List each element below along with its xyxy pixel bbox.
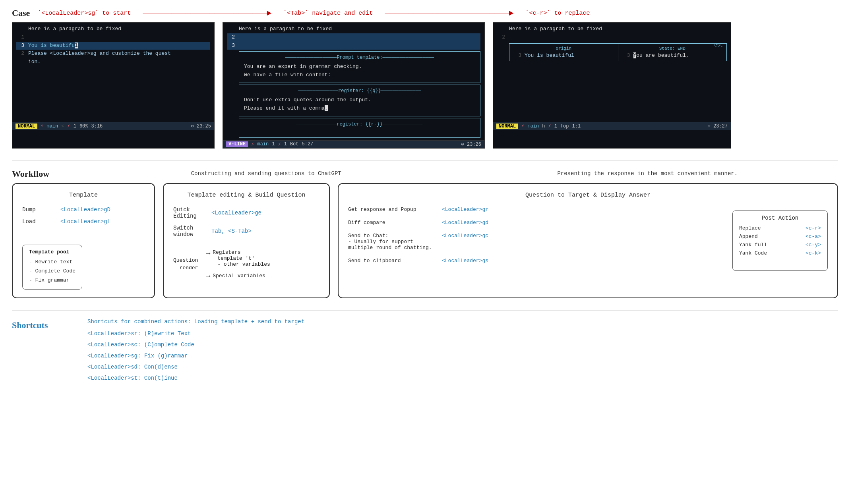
yank-code-cmd: <c-k> <box>805 250 821 256</box>
mode-badge: NORMAL <box>496 124 518 129</box>
section-divider-2 <box>12 310 838 311</box>
load-label: Load <box>22 218 54 225</box>
term-line-selected: 3 You is beautiful <box>16 42 210 50</box>
yank-code-label: Yank Code <box>739 250 767 256</box>
branch-icon: ⚡ <box>251 141 254 147</box>
line-num: 2 <box>497 33 505 42</box>
pool-item-1: - Rewrite text <box>29 257 76 266</box>
diff-compare-label: Diff compare <box>348 220 436 226</box>
line-text: Please <LocalLeader>sg and customize the… <box>28 50 171 58</box>
shortcuts-content: Shortcuts for combined actions: Loading … <box>87 319 304 384</box>
clock: ⊙ 23:26 <box>461 141 481 147</box>
workflow-boxes: Template Dump <LocalLeader>gD Load <Loca… <box>12 183 838 298</box>
terminal-body-3: Here is a paragrah to be fixed 2 Origin … <box>493 23 731 122</box>
dump-label: Dump <box>22 207 54 213</box>
quick-cmd: <LocalLeader>ge <box>211 210 261 216</box>
workflow-section: Workflow Constructing and sending questi… <box>12 169 838 298</box>
term-line: 2 Please <LocalLeader>sg and customize t… <box>16 50 210 58</box>
branch-name: main <box>46 124 58 129</box>
box3-content: Get response and Popup <LocalLeader>gr D… <box>348 207 828 271</box>
quick-label: Quick Editing <box>173 207 205 219</box>
diagram-arrows: → Registers template 't' - other variabl… <box>206 249 270 280</box>
icon: ⚡ <box>548 123 551 129</box>
shortcut-cmd: <LocalLeader>sd: Con(d)ense <box>87 364 178 370</box>
num1: 1 <box>284 141 287 147</box>
workflow-box-template: Template Dump <LocalLeader>gD Load <Loca… <box>12 183 155 298</box>
origin-header: Origin <box>513 46 614 51</box>
term-line: Here is a paragrah to be fixed <box>16 25 210 33</box>
est-label2: est <box>714 42 723 48</box>
terminal-statusbar-3: NORMAL ⚡ main h ⚡ 1 Top 1:1 ⊙ 23:27 <box>493 122 731 130</box>
clock: ⊙ 23:25 <box>191 123 211 129</box>
pool-item-3: - Fix grammar <box>29 276 76 285</box>
load-cmd: <LocalLeader>gl <box>60 218 110 225</box>
workflow-subtitle-left: Constructing and sending questions to Ch… <box>76 169 457 177</box>
switch-label: Switch window <box>173 225 205 238</box>
diagram-registers-row: → Registers template 't' - other variabl… <box>206 249 270 267</box>
yank-full-cmd: <c-y> <box>805 242 821 248</box>
arrow1: ──────────────────────────► <box>143 9 271 18</box>
line-num <box>16 25 24 33</box>
arrow-icon: → <box>206 272 210 280</box>
terminal-statusbar-1: NORMAL ⚡ main < ⚡ 1 60% 3:16 ⊙ 23:25 <box>12 122 214 130</box>
clock: ⊙ 23:27 <box>708 123 728 129</box>
line-num: 1 <box>16 33 24 42</box>
term-line: Here is a paragrah to be fixed <box>497 25 727 33</box>
send-chat-cmd: <LocalLeader>gc <box>442 233 488 239</box>
register-r-title: ──────────────register: {{r-}}──────────… <box>244 122 475 127</box>
register-q-title: ──────────────register: {{q}}───────────… <box>244 88 475 94</box>
diff-compare-cmd: <LocalLeader>gd <box>442 220 488 226</box>
yank-full-label: Yank full <box>739 242 767 248</box>
diagram: Question render → Registers template 't'… <box>173 249 319 280</box>
line-num <box>497 25 505 33</box>
get-response-cmd: <LocalLeader>gr <box>442 207 488 212</box>
workflow-box-answer: Question to Target & Display Answer Get … <box>338 183 838 298</box>
replace-cmd: <c-r> <box>805 225 821 231</box>
render-label: render <box>180 265 198 271</box>
replace-label: Replace <box>739 225 761 231</box>
shortcuts-section: Shortcuts Shortcuts for combined actions… <box>12 319 838 384</box>
branch-name: main <box>257 141 269 147</box>
other-vars: - other variables <box>213 261 270 267</box>
diagram-special-row: → Special variables <box>206 272 270 280</box>
workflow-box-editing: Template editing & Build Question Quick … <box>163 183 330 298</box>
shortcut-line-2: <LocalLeader>sc: (C)omplete Code <box>87 339 304 350</box>
case-steps: `<LocalLeader>sg` to start ─────────────… <box>38 9 838 18</box>
post-action-yank-full: Yank full <c-y> <box>739 242 821 248</box>
term-line: 3 <box>227 42 480 50</box>
registers-label: Registers <box>213 249 270 255</box>
wf-row-load: Load <LocalLeader>gl <box>22 218 145 225</box>
post-action-box: Post Action Replace <c-r> Append <c-a> Y… <box>732 210 828 271</box>
icon: ⚡ <box>278 141 281 147</box>
shortcut-cmd: <LocalLeader>sr: (R)ewrite Text <box>87 330 191 337</box>
register-q-text: Don't use extra quotes around the output… <box>244 96 475 113</box>
box-title: Template editing & Build Question <box>173 192 319 199</box>
position: 3:16 <box>91 124 103 129</box>
step2-text: `<Tab>` navigate and edit <box>283 10 373 17</box>
line-text: Here is a paragrah to be fixed <box>239 25 332 33</box>
case-screens: Here is a paragrah to be fixed 1 3 You i… <box>12 22 838 149</box>
branch-name: main <box>527 124 539 129</box>
term-line: 2 <box>227 33 480 42</box>
terminal-statusbar-2: V-LINE ⚡ main 1 ⚡ 1 Bot 5:27 ⊙ 23:26 <box>223 140 484 148</box>
step1-text: `<LocalLeader>sg` to start <box>38 10 131 17</box>
workflow-header-row: Workflow Constructing and sending questi… <box>12 169 838 179</box>
h-label: h <box>542 124 545 129</box>
position: 1:1 <box>572 124 581 129</box>
question-label: Question <box>173 257 198 263</box>
line-num <box>227 25 235 33</box>
post-action-title: Post Action <box>739 215 821 221</box>
line-num: 3 <box>513 52 521 58</box>
template-t: template 't' <box>213 255 270 261</box>
shortcut-cmd: <LocalLeader>sg: Fix (g)rammar <box>87 353 188 359</box>
append-cmd: <c-a> <box>805 234 821 239</box>
branch-icon: ⚡ <box>41 123 43 129</box>
line-num: 3 <box>622 52 630 58</box>
shortcuts-subtitle: Shortcuts for combined actions: Loading … <box>87 319 304 325</box>
shortcut-line-3: <LocalLeader>sg: Fix (g)rammar <box>87 350 304 361</box>
state-text: You are beautiful, <box>633 52 689 58</box>
separator: < <box>61 124 64 129</box>
special-vars: Special variables <box>213 273 265 279</box>
shortcuts-label: Shortcuts <box>12 319 76 330</box>
prompt-template-text: You are an expert in grammar checking.We… <box>244 63 475 79</box>
